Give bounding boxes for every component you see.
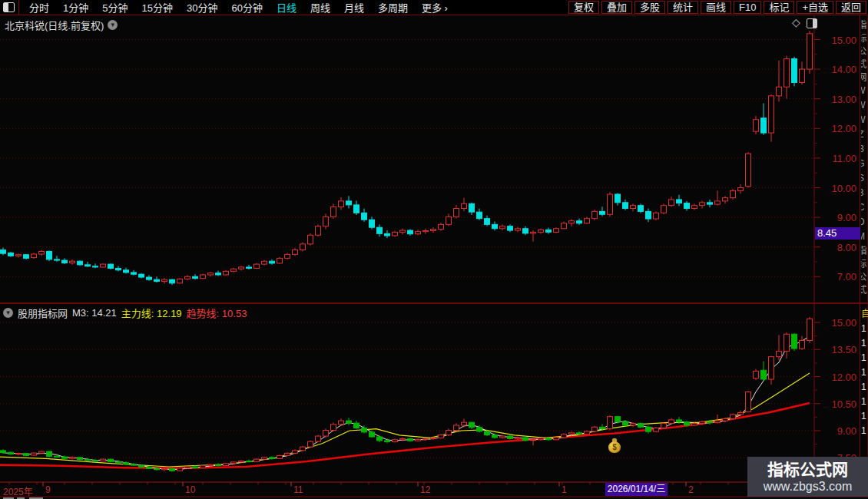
toolbar-button-返回[interactable]: 返回 [836, 1, 866, 14]
app-window: 分时1分钟5分钟15分钟30分钟60分钟日线周线月线多周期更多 › 复权叠加多股… [0, 0, 868, 499]
site-watermark: 指标公式网 www.zbgs3.com [747, 457, 868, 497]
timeframe-tab-更多 ›[interactable]: 更多 › [415, 2, 455, 14]
chart-title: 北京科锐(日线.前复权) ▾ [5, 18, 118, 32]
stock-title-label: 北京科锐(日线.前复权) [5, 18, 104, 32]
price-axis-label: 12.00 [816, 123, 856, 134]
gridlines [0, 40, 813, 458]
right-edge-quote-strip: 自11111111 [861, 306, 868, 479]
strip-price-digit: 1 [861, 352, 868, 363]
price-axis-label: 10.50 [816, 398, 856, 410]
indicator-candles-layer [1, 317, 813, 472]
price-axis-label: 13.50 [816, 344, 856, 355]
price-axis-label: 8.00 [816, 242, 856, 253]
moneybag-signal-icon: $ [608, 438, 621, 454]
panel-borders [0, 0, 868, 499]
toolbar-divider [18, 0, 19, 15]
timeframe-tab-多周期[interactable]: 多周期 [371, 2, 415, 14]
timeframe-tab-60分钟[interactable]: 60分钟 [224, 2, 269, 14]
highlighted-date-tag: 2026/01/14/三 [605, 483, 668, 496]
indicator-zhuli-value: 主力线: 12.19 [121, 306, 182, 320]
current-price-tag: 8.45 [815, 227, 860, 240]
toolbar-button-F10[interactable]: F10 [734, 1, 761, 14]
timeframe-tab-1分钟[interactable]: 1分钟 [56, 2, 95, 14]
toolbar-button-标记[interactable]: 标记 [764, 1, 794, 14]
timeframe-tab-5分钟[interactable]: 5分钟 [95, 2, 134, 14]
indicator-header: ▾ 股朋指标网 M3: 14.21 主力线: 12.19 趋势线: 10.53 [3, 306, 247, 320]
price-chart-canvas [0, 0, 868, 499]
x-axis-year-label: 2025年 [3, 484, 33, 497]
indicator-name[interactable]: 股朋指标网 [18, 306, 68, 320]
timeframe-tab-30分钟[interactable]: 30分钟 [180, 2, 224, 14]
toolbar-button-+自选[interactable]: +自选 [797, 1, 833, 14]
timeframe-tab-月线[interactable]: 月线 [337, 2, 371, 14]
price-axis-label: 9.00 [816, 212, 856, 223]
x-axis-month-label: 12 [420, 484, 430, 495]
watermark-title: 指标公式网 [767, 461, 848, 479]
toolbar-button-复权[interactable]: 复权 [568, 1, 599, 14]
toolbar-right-buttons: 复权叠加多股统计画线F10标记+自选返回 [566, 1, 868, 14]
strip-price-digit: 1 [861, 338, 868, 349]
chevron-down-icon[interactable]: ▾ [3, 308, 13, 318]
strip-price-digit: 1 [861, 323, 868, 334]
indicator-qushi-value: 趋势线: 10.53 [187, 306, 247, 320]
timeframe-tab-分时[interactable]: 分时 [22, 2, 56, 14]
indicator-lines [0, 336, 810, 470]
indicator-m3-value: M3: 14.21 [72, 307, 117, 319]
x-axis-month-label: 9 [45, 484, 51, 495]
strip-price-digit: 1 [861, 411, 868, 421]
layout-window-icon[interactable] [3, 2, 15, 12]
right-edge-vertical-text: 指标公式网WWWZBGS3COM指标公式网 [861, 20, 868, 300]
strip-tab-label: 自 [861, 306, 868, 319]
toolbar-button-画线[interactable]: 画线 [701, 1, 731, 14]
timeframe-tab-日线[interactable]: 日线 [270, 2, 303, 14]
price-axis-label: 14.00 [816, 64, 856, 75]
timeframe-tabs: 分时1分钟5分钟15分钟30分钟60分钟日线周线月线多周期更多 › [22, 0, 455, 15]
toolbar-button-统计[interactable]: 统计 [668, 1, 698, 14]
x-axis-month-label: 10 [185, 484, 195, 495]
price-axis-label: 15.00 [816, 35, 856, 46]
toolbar-button-多股[interactable]: 多股 [634, 1, 665, 14]
timeframe-tab-15分钟[interactable]: 15分钟 [134, 2, 179, 14]
x-axis-month-label: 2 [688, 484, 694, 495]
maximize-panel-icon[interactable] [807, 18, 817, 28]
price-axis-label: 10.00 [816, 183, 856, 194]
price-axis-label: 13.00 [816, 94, 856, 105]
strip-price-digit: 1 [861, 425, 868, 436]
chevron-down-icon[interactable]: ▾ [108, 20, 118, 30]
diamond-marker: ◇ [792, 16, 800, 28]
strip-price-digit: 1 [861, 382, 868, 392]
watermark-url: www.zbgs3.com [764, 479, 853, 494]
strip-price-digit: 1 [861, 396, 868, 407]
timeframe-tab-周线[interactable]: 周线 [303, 2, 337, 14]
strip-price-digit: 1 [861, 367, 868, 378]
price-axis-label: 9.00 [816, 425, 856, 437]
price-axis-label: 15.00 [816, 317, 856, 329]
toolbar-button-叠加[interactable]: 叠加 [601, 1, 632, 14]
price-axis-label: 12.00 [816, 372, 856, 383]
price-axis-label: 7.00 [816, 271, 856, 283]
x-axis-month-label: 11 [293, 484, 303, 495]
top-toolbar: 分时1分钟5分钟15分钟30分钟60分钟日线周线月线多周期更多 › 复权叠加多股… [0, 0, 868, 15]
x-axis-month-label: 1 [562, 484, 567, 495]
price-axis-label: 11.00 [816, 153, 856, 164]
